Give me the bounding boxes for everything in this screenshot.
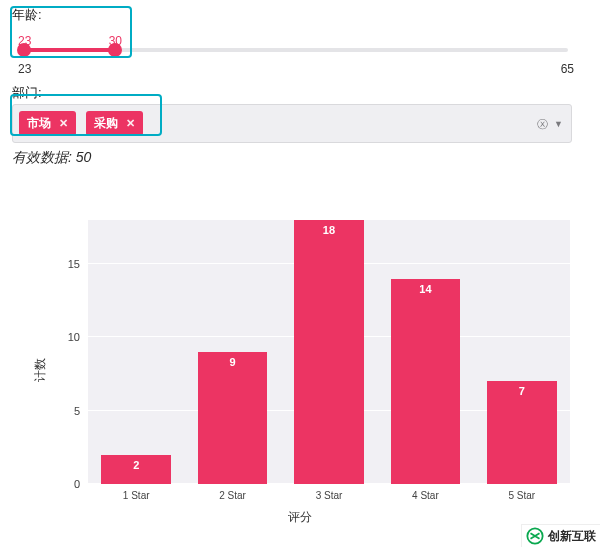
age-filter: 年龄: 23 30 23 65 (0, 0, 600, 72)
bar: 7 (487, 381, 556, 484)
x-tick: 4 Star (412, 484, 439, 501)
y-tick: 15 (58, 258, 88, 270)
dept-label: 部门: (12, 84, 588, 102)
x-tick: 2 Star (219, 484, 246, 501)
bar-value-label: 7 (487, 385, 556, 397)
bar: 9 (198, 352, 267, 484)
age-label: 年龄: (12, 6, 588, 24)
y-tick: 0 (58, 478, 88, 490)
age-range-slider[interactable]: 23 30 23 65 (12, 26, 588, 72)
dept-tag[interactable]: 市场 ✕ (19, 111, 76, 136)
bar-value-label: 2 (101, 459, 170, 471)
count-value: 50 (76, 149, 92, 165)
dropdown-caret-icon[interactable]: ▼ (554, 119, 563, 129)
bar: 18 (294, 220, 363, 484)
x-axis-label: 评分 (0, 509, 600, 526)
slider-track: 23 30 23 65 (24, 48, 568, 52)
slider-value-high: 30 (109, 34, 122, 48)
y-axis-label: 计数 (32, 358, 49, 382)
valid-count: 有效数据: 50 (0, 143, 600, 167)
y-tick: 10 (58, 331, 88, 343)
x-tick: 1 Star (123, 484, 150, 501)
bar-value-label: 18 (294, 224, 363, 236)
plot-area: 05101521 Star92 Star183 Star144 Star75 S… (88, 220, 570, 484)
dept-tag-label: 市场 (27, 115, 51, 132)
count-prefix: 有效数据: (12, 149, 76, 165)
slider-value-low: 23 (18, 34, 31, 48)
bar-chart: 计数 05101521 Star92 Star183 Star144 Star7… (0, 210, 600, 530)
tag-remove-icon[interactable]: ✕ (59, 117, 68, 130)
slider-min-label: 23 (18, 62, 31, 76)
dept-multiselect[interactable]: 市场 ✕ 采购 ✕ ⓧ ▼ (12, 104, 572, 143)
slider-max-label: 65 (561, 62, 574, 76)
logo-icon (526, 527, 544, 545)
y-tick: 5 (58, 405, 88, 417)
watermark-text: 创新互联 (548, 528, 596, 545)
bar: 14 (391, 279, 460, 484)
slider-fill (24, 48, 115, 52)
clear-all-icon[interactable]: ⓧ (537, 116, 548, 131)
dept-filter: 部门: 市场 ✕ 采购 ✕ ⓧ ▼ (0, 78, 600, 143)
x-tick: 3 Star (316, 484, 343, 501)
tag-remove-icon[interactable]: ✕ (126, 117, 135, 130)
bar: 2 (101, 455, 170, 484)
dept-tag-label: 采购 (94, 115, 118, 132)
bar-value-label: 14 (391, 283, 460, 295)
x-tick: 5 Star (508, 484, 535, 501)
dept-tag[interactable]: 采购 ✕ (86, 111, 143, 136)
watermark: 创新互联 (521, 524, 600, 547)
bar-value-label: 9 (198, 356, 267, 368)
